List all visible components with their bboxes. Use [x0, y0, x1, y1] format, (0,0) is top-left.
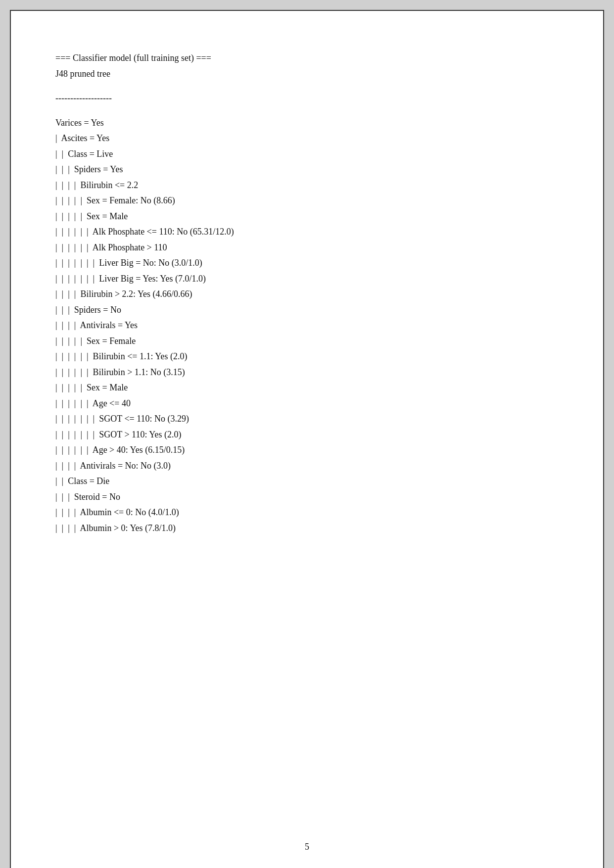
tree-line: Varices = Yes	[55, 115, 559, 131]
classifier-header: === Classifier model (full training set)…	[55, 50, 559, 66]
tree-line: | | | | Antivirals = No: No (3.0)	[55, 458, 559, 474]
tree-line: | | | | | | | Liver Big = Yes: Yes (7.0/…	[55, 271, 559, 287]
tree-line: | | | | | | Age <= 40	[55, 396, 559, 412]
content-area: === Classifier model (full training set)…	[55, 50, 559, 536]
tree-line: | | | | Bilirubin <= 2.2	[55, 178, 559, 193]
tree-line: | | | | | Sex = Female	[55, 334, 559, 349]
page-number: 5	[305, 842, 309, 852]
separator-line: -------------------	[55, 91, 559, 106]
spacer-2	[55, 110, 559, 115]
tree-line: | | Class = Live	[55, 146, 559, 162]
tree-line: | | | | | | | SGOT <= 110: No (3.29)	[55, 411, 559, 427]
tree-line: | | | | | | | SGOT > 110: Yes (2.0)	[55, 427, 559, 443]
tree-line: | | | | Bilirubin > 2.2: Yes (4.66/0.66)	[55, 287, 559, 302]
tree-line: | Ascites = Yes	[55, 131, 559, 146]
spacer-1	[55, 82, 559, 87]
tree-line: | | | | Albumin > 0: Yes (7.8/1.0)	[55, 521, 559, 536]
tree-line: | | | Steroid = No	[55, 489, 559, 505]
tree-line: | | Class = Die	[55, 474, 559, 489]
page: === Classifier model (full training set)…	[10, 10, 604, 868]
tree-line: | | | | | | Bilirubin > 1.1: No (3.15)	[55, 365, 559, 381]
tree-line: | | | | | | | Liver Big = No: No (3.0/1.…	[55, 255, 559, 271]
tree-type: J48 pruned tree	[55, 66, 559, 82]
tree-line: | | | | | | Bilirubin <= 1.1: Yes (2.0)	[55, 349, 559, 365]
tree-line: | | | Spiders = Yes	[55, 162, 559, 178]
tree-line: | | | | | | Age > 40: Yes (6.15/0.15)	[55, 442, 559, 458]
tree-line: | | | | | | Alk Phosphate <= 110: No (65…	[55, 224, 559, 240]
tree-line: | | | | Antivirals = Yes	[55, 318, 559, 334]
tree-line: | | | | Albumin <= 0: No (4.0/1.0)	[55, 505, 559, 521]
tree-line: | | | | | Sex = Male	[55, 209, 559, 225]
tree-line: | | | | | Sex = Female: No (8.66)	[55, 193, 559, 209]
tree-line: | | | Spiders = No	[55, 302, 559, 318]
tree-line: | | | | | | Alk Phosphate > 110	[55, 240, 559, 256]
tree-line: | | | | | Sex = Male	[55, 380, 559, 396]
tree-content: Varices = Yes| Ascites = Yes| | Class = …	[55, 115, 559, 536]
